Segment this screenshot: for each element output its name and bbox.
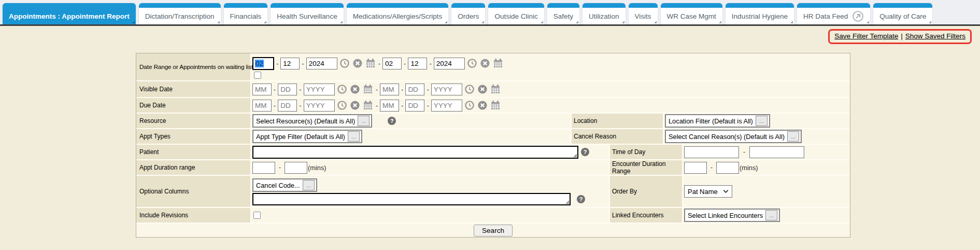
dropdown-corner-icon bbox=[541, 21, 543, 23]
dropdown-corner-icon bbox=[217, 21, 220, 23]
due-date-to-day-input[interactable] bbox=[405, 100, 424, 112]
due-date-to-month-input[interactable] bbox=[380, 100, 399, 112]
visible-date-to-day-input[interactable] bbox=[405, 84, 424, 95]
resize-grip-icon[interactable] bbox=[565, 200, 569, 204]
optional-columns-more-button[interactable]: ... bbox=[303, 180, 315, 190]
encounter-duration-min-input[interactable] bbox=[684, 162, 707, 174]
clear-icon[interactable] bbox=[352, 58, 363, 68]
tab-label: Health Surveillance bbox=[277, 12, 337, 20]
clock-icon[interactable] bbox=[337, 84, 347, 94]
cancel-reason-picker[interactable]: Select Cancel Reason(s) (Default is All)… bbox=[665, 130, 802, 143]
calendar-icon[interactable] bbox=[363, 84, 373, 94]
clear-icon[interactable] bbox=[480, 58, 490, 68]
patient-field[interactable] bbox=[252, 146, 578, 159]
time-of-day-to-input[interactable] bbox=[749, 146, 804, 158]
calendar-icon[interactable] bbox=[493, 58, 503, 68]
show-saved-filters-link[interactable]: Show Saved Filters bbox=[905, 32, 965, 40]
tab-label: Visits bbox=[635, 12, 651, 20]
dropdown-corner-icon bbox=[576, 21, 578, 23]
tab-appointments-appointment-report[interactable]: Appointments : Appointment Report bbox=[3, 3, 136, 24]
dropdown-corner-icon bbox=[264, 21, 266, 23]
due-date-to-year-input[interactable] bbox=[431, 100, 462, 112]
include-revisions-linked-encounters-row: Include Revisions Linked Encounters Sele… bbox=[136, 207, 850, 223]
date-range-to-year-input[interactable] bbox=[434, 58, 465, 70]
patient-input[interactable] bbox=[253, 147, 577, 158]
optional-columns-field[interactable] bbox=[252, 193, 571, 205]
clock-icon[interactable] bbox=[467, 58, 477, 68]
visible-date-from-year-input[interactable] bbox=[304, 84, 335, 95]
dropdown-corner-icon bbox=[867, 21, 869, 23]
tab-label: WR Case Mgmt bbox=[667, 12, 716, 20]
tab-outside-clinic[interactable]: Outside Clinic bbox=[488, 3, 544, 24]
dropdown-corner-icon bbox=[622, 21, 624, 23]
date-range-to-month-input[interactable] bbox=[382, 58, 402, 70]
clock-icon[interactable] bbox=[464, 100, 475, 110]
tab-hr-data-feed[interactable]: HR Data Feed bbox=[797, 3, 870, 24]
date-range-from-day-input[interactable] bbox=[280, 58, 300, 70]
appointment-report-filter-form: Date Range or Appointments on waiting li… bbox=[136, 53, 850, 238]
resource-help-icon[interactable]: ? bbox=[388, 117, 396, 125]
due-date-row: Due Date - - - - - bbox=[136, 97, 850, 113]
calendar-icon[interactable] bbox=[490, 84, 501, 94]
date-range-label: Date Range or Appointments on waiting li… bbox=[136, 53, 251, 80]
appt-type-picker[interactable]: Appt Type Filter (Default is All) ... bbox=[252, 130, 362, 143]
waiting-list-checkbox[interactable] bbox=[254, 72, 261, 79]
clear-icon[interactable] bbox=[477, 84, 488, 94]
tab-utilization[interactable]: Utilization bbox=[583, 3, 626, 24]
dropdown-corner-icon bbox=[481, 21, 484, 23]
appt-type-more-button[interactable]: ... bbox=[348, 131, 360, 142]
include-revisions-checkbox[interactable] bbox=[253, 212, 261, 219]
optional-columns-help-icon[interactable]: ? bbox=[577, 195, 585, 203]
due-date-from-year-input[interactable] bbox=[304, 100, 335, 112]
resource-more-button[interactable]: ... bbox=[358, 116, 370, 126]
calendar-icon[interactable] bbox=[363, 100, 373, 110]
calendar-icon[interactable] bbox=[365, 58, 376, 68]
appt-duration-max-input[interactable] bbox=[285, 162, 307, 174]
visible-date-from-day-input[interactable] bbox=[278, 84, 297, 95]
visible-date-to-year-input[interactable] bbox=[431, 84, 462, 95]
date-range-from-year-input[interactable] bbox=[306, 58, 337, 70]
location-more-button[interactable]: ... bbox=[756, 116, 768, 126]
visible-date-row: Visible Date - - - - - bbox=[136, 80, 850, 97]
tab-financials[interactable]: Financials bbox=[224, 3, 268, 24]
time-of-day-from-input[interactable] bbox=[684, 146, 739, 158]
calendar-icon[interactable] bbox=[490, 100, 501, 110]
tab-medications-allergies-scripts[interactable]: Medications/Allergies/Scripts bbox=[347, 3, 449, 24]
resize-grip-icon[interactable] bbox=[573, 154, 577, 157]
patient-help-icon[interactable]: ? bbox=[581, 148, 589, 156]
tab-health-surveillance[interactable]: Health Surveillance bbox=[271, 3, 343, 24]
clock-icon[interactable] bbox=[464, 84, 475, 94]
tab-safety[interactable]: Safety bbox=[547, 3, 579, 24]
due-date-from-day-input[interactable] bbox=[278, 100, 297, 112]
clear-icon[interactable] bbox=[350, 100, 360, 110]
tab-industrial-hygiene[interactable]: Industrial Hygiene bbox=[726, 3, 794, 24]
visible-date-to-month-input[interactable] bbox=[380, 84, 399, 95]
optional-columns-input[interactable] bbox=[253, 194, 570, 204]
appt-duration-min-input[interactable] bbox=[252, 162, 275, 174]
resource-picker[interactable]: Select Resource(s) (Default is All) ... bbox=[252, 114, 372, 128]
tab-dictation-transcription[interactable]: Dictation/Transcription bbox=[139, 3, 221, 24]
save-filter-template-link[interactable]: Save Filter Template bbox=[834, 32, 898, 40]
clear-icon[interactable] bbox=[477, 100, 488, 110]
search-button[interactable]: Search bbox=[474, 225, 513, 237]
clear-icon[interactable] bbox=[350, 84, 360, 94]
clock-icon[interactable] bbox=[339, 58, 350, 68]
due-date-from-month-input[interactable] bbox=[252, 100, 272, 112]
optional-columns-picker[interactable]: Cancel Code... ... bbox=[252, 178, 317, 192]
tab-quality-of-care[interactable]: Quality of Care bbox=[873, 3, 932, 24]
tab-label: HR Data Feed bbox=[803, 12, 848, 20]
date-range-to-day-input[interactable] bbox=[408, 58, 427, 70]
tab-visits[interactable]: Visits bbox=[629, 3, 658, 24]
tab-wr-case-mgmt[interactable]: WR Case Mgmt bbox=[661, 3, 722, 24]
location-picker[interactable]: Location Filter (Default is All) ... bbox=[665, 114, 770, 128]
cancel-reason-more-button[interactable]: ... bbox=[787, 131, 799, 142]
clock-icon[interactable] bbox=[337, 100, 347, 110]
linked-encounters-picker[interactable]: Select Linked Encounters ... bbox=[684, 209, 780, 222]
linked-encounters-more-button[interactable]: ... bbox=[765, 210, 777, 220]
encounter-duration-max-input[interactable] bbox=[716, 162, 739, 174]
date-range-from-month-input[interactable]: 02 bbox=[252, 57, 274, 70]
order-by-select[interactable]: Pat Name bbox=[684, 185, 732, 198]
tab-orders[interactable]: Orders bbox=[451, 3, 485, 24]
tab-label: Quality of Care bbox=[879, 12, 926, 20]
visible-date-from-month-input[interactable] bbox=[252, 84, 272, 95]
